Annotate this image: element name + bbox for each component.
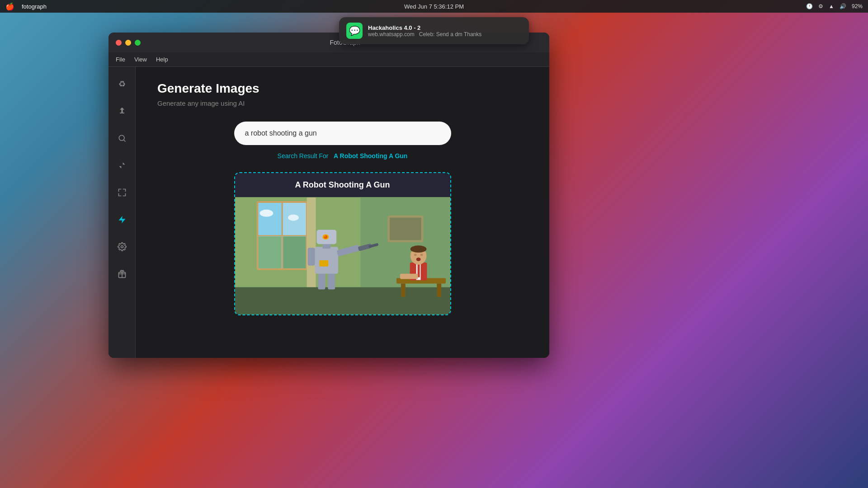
menubar-settings-icon[interactable]: ⚙: [818, 3, 823, 9]
search-result-prefix: Search Result For: [278, 152, 329, 160]
sidebar-item-search[interactable]: [114, 130, 130, 146]
page-title: Generate Images: [157, 81, 528, 96]
menubar-left: 🍎 fotograph: [5, 2, 47, 11]
svg-rect-32: [307, 248, 315, 266]
apple-menu[interactable]: 🍎: [5, 2, 14, 11]
svg-point-31: [324, 235, 326, 237]
sidebar-item-expand[interactable]: [114, 184, 130, 201]
svg-rect-47: [400, 274, 418, 279]
notification-text-area: Hackaholics 4.0 - 2 web.whatsapp.com Cel…: [368, 24, 481, 38]
result-card-title: A Robot Shooting A Gun: [242, 180, 443, 190]
notification-title: Hackaholics 4.0 - 2: [368, 24, 481, 31]
menubar-volume-icon: 🔊: [840, 3, 846, 9]
svg-rect-6: [235, 287, 450, 314]
svg-point-43: [410, 245, 426, 253]
menubar-battery: 92%: [852, 3, 863, 9]
result-card: A Robot Shooting A Gun: [234, 172, 451, 315]
result-card-header: A Robot Shooting A Gun: [235, 173, 450, 197]
app-body: ♻ Generate Images: [108, 67, 549, 358]
window-close-button[interactable]: [116, 40, 122, 46]
app-window: FotoGraph File View Help ♻: [108, 33, 549, 358]
sidebar-item-upload[interactable]: [114, 103, 130, 119]
svg-rect-18: [307, 197, 316, 287]
svg-point-15: [288, 215, 299, 221]
main-content: Generate Images Generate any image using…: [136, 67, 549, 358]
app-menubar: File View Help: [108, 52, 549, 67]
menu-help[interactable]: Help: [156, 56, 168, 63]
svg-point-2: [121, 246, 123, 248]
sidebar-item-recycle[interactable]: ♻: [114, 76, 130, 92]
sidebar: ♻: [108, 67, 136, 358]
svg-rect-12: [258, 203, 281, 235]
menu-view[interactable]: View: [134, 56, 147, 63]
window-maximize-button[interactable]: [135, 40, 141, 46]
menubar-time: Wed Jun 7 5:36:12 PM: [404, 3, 464, 10]
sidebar-item-compress[interactable]: [114, 157, 130, 174]
sidebar-item-settings[interactable]: [114, 239, 130, 255]
svg-point-0: [119, 135, 124, 141]
svg-rect-26: [319, 260, 328, 267]
result-card-image: [235, 197, 450, 314]
notification-message: Celeb: Send a dm Thanks: [419, 31, 482, 38]
svg-rect-24: [328, 272, 335, 290]
search-bar-container: [157, 122, 528, 145]
svg-point-45: [420, 254, 423, 256]
menu-file[interactable]: File: [116, 56, 125, 63]
robot-scene-svg: [235, 197, 450, 314]
svg-rect-17: [283, 236, 306, 268]
svg-line-1: [123, 140, 125, 142]
svg-rect-37: [401, 283, 405, 297]
svg-rect-38: [437, 283, 441, 297]
notification-app-icon: 💬: [346, 23, 363, 39]
search-result-query: A Robot Shooting A Gun: [334, 152, 407, 160]
window-controls: [116, 40, 141, 46]
svg-point-46: [416, 258, 420, 261]
search-result-text: Search Result For A Robot Shooting A Gun: [157, 152, 528, 160]
menubar-clock-icon: 🕐: [806, 3, 813, 9]
svg-point-44: [414, 254, 416, 256]
sidebar-item-lightning[interactable]: [114, 211, 130, 228]
menubar-app-name[interactable]: fotograph: [22, 3, 47, 10]
notification-source: web.whatsapp.com: [368, 31, 415, 38]
page-subtitle: Generate any image using AI: [157, 99, 528, 107]
menubar-right: 🕐 ⚙ ▲ 🔊 92%: [806, 3, 863, 9]
svg-rect-23: [318, 272, 325, 290]
search-input[interactable]: [234, 122, 451, 145]
window-minimize-button[interactable]: [125, 40, 131, 46]
sidebar-item-gift[interactable]: [114, 266, 130, 282]
svg-rect-16: [258, 236, 281, 268]
notification-body: web.whatsapp.com Celeb: Send a dm Thanks: [368, 31, 481, 38]
notification-popup[interactable]: 💬 Hackaholics 4.0 - 2 web.whatsapp.com C…: [339, 17, 529, 44]
svg-point-14: [259, 210, 273, 217]
menubar-wifi-icon: ▲: [829, 3, 834, 9]
menubar: 🍎 fotograph Wed Jun 7 5:36:12 PM 🕐 ⚙ ▲ 🔊…: [0, 0, 868, 13]
